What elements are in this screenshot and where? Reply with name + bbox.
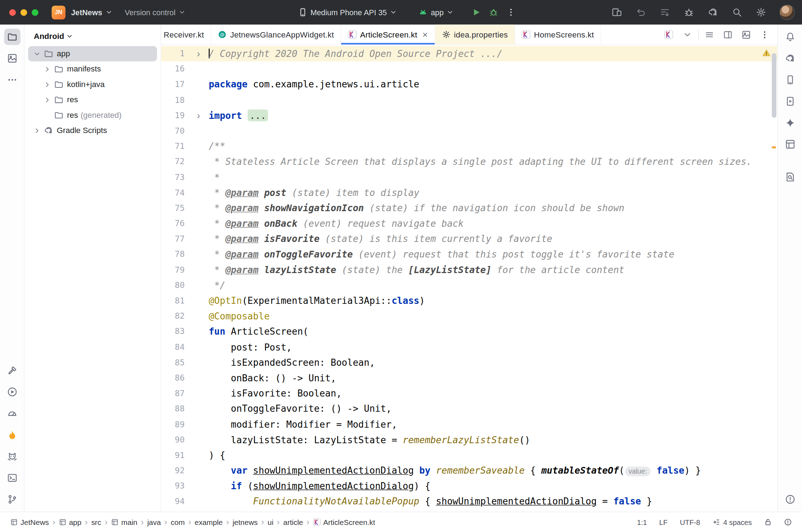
code-line-85[interactable]: 85 isExpandedScreen: Boolean, (161, 355, 778, 370)
breadcrumb-item-jetnews[interactable]: jetnews (233, 518, 258, 526)
chevron-right-icon[interactable] (41, 81, 53, 88)
editor-scrollbar[interactable] (772, 53, 777, 507)
hidden-tabs-button[interactable] (680, 27, 695, 42)
code-line-93[interactable]: 93 if (showUnimplementedActionDialog) { (161, 479, 778, 494)
find-button[interactable] (782, 169, 798, 185)
git-branch-button[interactable] (4, 491, 20, 508)
split-editor-button[interactable] (720, 27, 736, 42)
breadcrumb-item-main[interactable]: main (111, 518, 137, 526)
code-line-87[interactable]: 87 isFavorite: Boolean, (161, 386, 778, 401)
gemini-button[interactable] (782, 115, 798, 131)
line-number[interactable]: 80 (161, 278, 185, 293)
code-line-80[interactable]: 80 */ (161, 278, 778, 293)
line-number[interactable]: 84 (161, 340, 185, 355)
code-line-83[interactable]: 83fun ArticleScreen( (161, 324, 778, 340)
chevron-right-icon[interactable] (41, 65, 53, 73)
breadcrumb-item-example[interactable]: example (194, 518, 222, 526)
breadcrumb-item-article[interactable]: article (283, 518, 303, 526)
resource-manager-button[interactable] (4, 50, 20, 66)
breadcrumb-item-src[interactable]: src (91, 518, 101, 526)
code-line-79[interactable]: 79 * @param lazyListState (state) the [L… (161, 262, 778, 278)
line-number[interactable]: 81 (161, 293, 185, 309)
preview-button[interactable] (739, 27, 754, 42)
code-line-76[interactable]: 76 * @param onBack (event) request navig… (161, 216, 778, 231)
tree-item-res[interactable]: res (28, 92, 157, 107)
line-number[interactable]: 16 (161, 62, 185, 77)
code-line-73[interactable]: 73 * (161, 169, 778, 185)
editor-options-button[interactable] (757, 27, 772, 42)
line-number[interactable]: 17 (161, 77, 185, 93)
code-line-77[interactable]: 77 * @param isFavorite (state) is this i… (161, 231, 778, 247)
window-minimize-button[interactable] (21, 9, 27, 16)
device-selector[interactable]: Medium Phone API 35 (295, 5, 401, 19)
fold-marker-icon[interactable]: › (185, 108, 209, 123)
search-button[interactable] (729, 4, 745, 21)
line-number[interactable]: 18 (161, 92, 185, 108)
settings-button[interactable] (753, 4, 769, 21)
code-line-70[interactable]: 70 (161, 123, 778, 139)
breadcrumb-item-jetnews[interactable]: JetNews (10, 518, 49, 526)
tree-item-kotlin-java[interactable]: kotlin+java (28, 77, 157, 92)
line-number[interactable]: 94 (161, 494, 185, 509)
problems-indicator[interactable] (780, 516, 796, 528)
vcs-menu[interactable]: Version control (121, 5, 190, 19)
line-number[interactable]: 72 (161, 154, 185, 170)
debug-button[interactable] (485, 4, 502, 21)
profiler-button[interactable] (4, 405, 20, 422)
line-number[interactable]: 70 (161, 123, 185, 139)
tab-homescreens-kt[interactable]: HomeScreens.kt (515, 24, 602, 44)
more-actions-button[interactable] (502, 4, 520, 21)
line-number[interactable]: 19 (161, 108, 185, 123)
line-number[interactable]: 78 (161, 247, 185, 262)
build-button[interactable] (4, 362, 20, 378)
code-line-89[interactable]: 89 modifier: Modifier = Modifier, (161, 417, 778, 432)
attach-debugger-button[interactable] (681, 4, 697, 21)
tab-articlescreen-kt[interactable]: ArticleScreen.kt× (341, 24, 435, 44)
line-number[interactable]: 93 (161, 479, 185, 494)
code-line-86[interactable]: 86 onBack: () -> Unit, (161, 370, 778, 386)
code-line-1[interactable]: 1›/ Copyright 2020 The Android Open Sour… (161, 46, 778, 62)
inspections-widget[interactable] (762, 48, 771, 59)
structure-view-button[interactable] (702, 27, 717, 42)
project-folder-button[interactable] (4, 29, 20, 45)
project-switcher[interactable]: JetNews (68, 5, 116, 19)
line-number[interactable]: 92 (161, 463, 185, 479)
window-zoom-button[interactable] (32, 9, 39, 16)
tree-item-gradle-scripts[interactable]: Gradle Scripts (28, 123, 157, 138)
line-number[interactable]: 74 (161, 185, 185, 201)
line-number[interactable]: 76 (161, 216, 185, 231)
readonly-toggle[interactable] (760, 516, 776, 528)
code-line-74[interactable]: 74 * @param post (state) item to display (161, 185, 778, 201)
run-button[interactable] (467, 4, 485, 21)
line-number[interactable]: 88 (161, 401, 185, 417)
tree-item-manifests[interactable]: manifests (28, 62, 157, 77)
code-line-84[interactable]: 84 post: Post, (161, 340, 778, 355)
more-button[interactable] (4, 71, 20, 88)
code-line-17[interactable]: 17package com.example.jetnews.ui.article (161, 77, 778, 93)
breadcrumb-item-articlescreen-kt[interactable]: ArticleScreen.kt (313, 518, 375, 526)
chevron-right-icon[interactable] (41, 96, 53, 104)
line-number[interactable]: 83 (161, 324, 185, 340)
line-number[interactable]: 89 (161, 417, 185, 432)
code-line-88[interactable]: 88 onToggleFavorite: () -> Unit, (161, 401, 778, 417)
notifications-button[interactable] (782, 29, 798, 45)
tree-item-res[interactable]: res(generated) (28, 108, 157, 123)
tree-item-app[interactable]: app (28, 46, 157, 61)
line-number[interactable]: 75 (161, 201, 185, 216)
line-number[interactable]: 1 (161, 46, 185, 62)
window-close-button[interactable] (9, 9, 16, 16)
code-line-92[interactable]: 92 var showUnimplementedActionDialog by … (161, 463, 778, 479)
line-number[interactable]: 79 (161, 262, 185, 278)
tab-overflow-partial[interactable] (664, 30, 677, 39)
code-line-94[interactable]: 94 FunctionalityNotAvailablePopup { show… (161, 494, 778, 509)
run-config-selector[interactable]: app (415, 5, 457, 19)
line-number[interactable]: 73 (161, 169, 185, 185)
chevron-right-icon[interactable] (31, 127, 42, 134)
line-number[interactable]: 71 (161, 139, 185, 154)
scrollbar-thumb[interactable] (772, 53, 777, 117)
project-view-selector[interactable]: Android (31, 30, 76, 43)
line-number[interactable]: 86 (161, 370, 185, 386)
line-number[interactable]: 85 (161, 355, 185, 370)
code-line-18[interactable]: 18 (161, 92, 778, 108)
gradle-button[interactable] (782, 50, 798, 66)
